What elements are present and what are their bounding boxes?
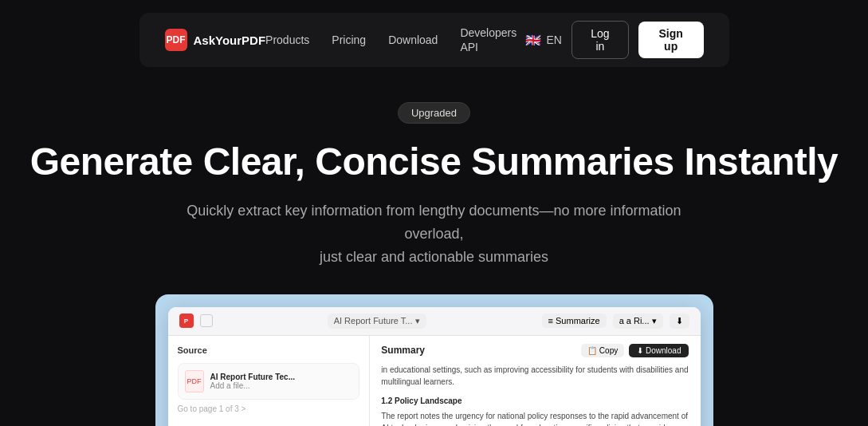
page-count: Go to page 1 of 3 > [178, 404, 360, 413]
download-button-top[interactable]: ⬇ [670, 314, 689, 329]
summary-actions: 📋 Copy ⬇ Download [581, 344, 689, 357]
upgrade-badge: Upgraded [398, 102, 470, 124]
app-window: P AI Report Future T... ▾ ≡ Summarize a … [168, 307, 701, 426]
nav-links: Products Pricing Download Developers API [265, 26, 525, 54]
login-button[interactable]: Log in [571, 21, 629, 59]
summarize-button-top[interactable]: ≡ Summarize [542, 314, 607, 328]
ri-button-top[interactable]: a a Ri... ▾ [613, 314, 663, 329]
download-button[interactable]: ⬇ Download [629, 344, 689, 357]
signup-button[interactable]: Sign up [638, 22, 704, 58]
summary-panel-title: Summary [381, 345, 425, 356]
app-topbar-left: P [179, 314, 213, 328]
file-name: AI Report Future Tec... [210, 373, 296, 381]
copy-button[interactable]: 📋 Copy [581, 344, 624, 357]
chevron-btn-icon: ▾ [652, 316, 657, 326]
app-preview-wrapper: P AI Report Future T... ▾ ≡ Summarize a … [155, 294, 713, 426]
hero-subtext: Quickly extract key information from len… [163, 199, 705, 268]
ri-icon: a [619, 316, 624, 325]
navigation: PDF AskYourPDF Products Pricing Download… [139, 13, 729, 67]
flag-icon: 🇬🇧 [525, 33, 541, 48]
summary-panel: Summary 📋 Copy ⬇ Download in educational… [370, 336, 700, 426]
nav-download[interactable]: Download [388, 34, 438, 46]
section1-body: The report notes the urgency for nationa… [381, 410, 689, 426]
app-topbar-center: AI Report Future T... ▾ [328, 314, 427, 329]
summary-intro-text: in educational settings, such as improvi… [381, 364, 689, 389]
nav-pricing[interactable]: Pricing [332, 34, 366, 46]
nav-products[interactable]: Products [265, 34, 309, 46]
nav-developers-api[interactable]: Developers API [460, 26, 516, 53]
summary-text: in educational settings, such as improvi… [381, 364, 689, 426]
summary-header: Summary 📋 Copy ⬇ Download [381, 344, 689, 357]
section1-title: 1.2 Policy Landscape [381, 395, 689, 408]
file-info: AI Report Future Tec... Add a file... [210, 373, 296, 390]
app-logo-small: P [179, 314, 194, 328]
hero-headline: Generate Clear, Concise Summaries Instan… [16, 140, 852, 183]
chevron-down-icon: ▾ [415, 316, 420, 326]
app-topbar: P AI Report Future T... ▾ ≡ Summarize a … [168, 307, 701, 336]
file-list-item[interactable]: PDF AI Report Future Tec... Add a file..… [178, 363, 360, 400]
file-dropdown[interactable]: AI Report Future T... ▾ [328, 314, 427, 329]
app-topbar-right: ≡ Summarize a a Ri... ▾ ⬇ [542, 314, 689, 329]
summarize-icon: ≡ [548, 316, 553, 325]
app-body: Source PDF AI Report Future Tec... Add a… [168, 336, 701, 426]
file-subtitle: Add a file... [210, 381, 296, 390]
logo-area: PDF AskYourPDF [165, 29, 266, 51]
hero-section: Upgraded Generate Clear, Concise Summari… [0, 80, 868, 269]
app-tab-icon [200, 314, 213, 327]
source-panel: Source PDF AI Report Future Tec... Add a… [168, 336, 371, 426]
logo-text: AskYourPDF [194, 34, 266, 47]
language-selector[interactable]: 🇬🇧 EN [525, 33, 561, 48]
pdf-file-icon: PDF [185, 370, 204, 392]
logo-icon: PDF [165, 29, 187, 51]
download-icon: ⬇ [676, 316, 683, 326]
nav-right: 🇬🇧 EN Log in Sign up [525, 21, 703, 59]
source-panel-title: Source [178, 345, 360, 355]
